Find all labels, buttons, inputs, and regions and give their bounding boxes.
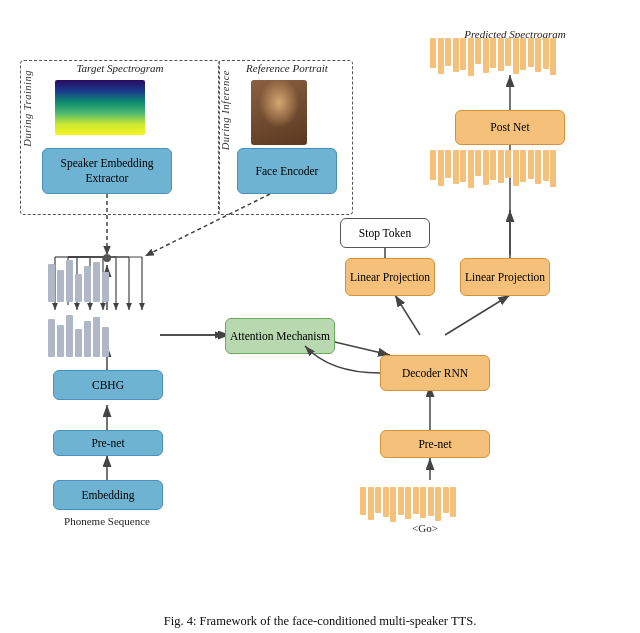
predicted-spectrogram-bars xyxy=(430,38,556,76)
svg-line-28 xyxy=(445,295,510,335)
face-encoder-block: Face Encoder xyxy=(237,148,337,194)
svg-line-27 xyxy=(395,295,420,335)
stop-token-block: Stop Token xyxy=(340,218,430,248)
attention-block: Attention Mechanism xyxy=(225,318,335,354)
during-training-label: During Training xyxy=(22,70,33,147)
prenet-right-block: Pre-net xyxy=(380,430,490,458)
intermediate-spec-bars xyxy=(430,150,556,188)
during-inference-label: During Inference xyxy=(220,70,231,150)
encoder-output-bars xyxy=(48,315,109,357)
linear-proj-right-block: Linear Projection xyxy=(460,258,550,296)
go-token-label: <Go> xyxy=(370,522,480,534)
prenet-left-block: Pre-net xyxy=(53,430,163,456)
conditioned-bars xyxy=(48,260,109,302)
reference-portrait-image xyxy=(251,80,307,145)
target-spectrogram-image xyxy=(55,80,145,135)
phoneme-sequence-label: Phoneme Sequence xyxy=(42,515,172,527)
target-spectrogram-label: Target Spectrogram xyxy=(55,62,185,74)
go-token-bars xyxy=(360,487,456,522)
embedding-block: Embedding xyxy=(53,480,163,510)
reference-portrait-label: Reference Portrait xyxy=(232,62,342,74)
post-net-block: Post Net xyxy=(455,110,565,145)
cbhg-block: CBHG xyxy=(53,370,163,400)
figure-caption: Fig. 4: Framework of the face-conditione… xyxy=(0,610,640,633)
linear-proj-left-block: Linear Projection xyxy=(345,258,435,296)
speaker-embedding-block: Speaker Embedding Extractor xyxy=(42,148,172,194)
decoder-rnn-block: Decoder RNN xyxy=(380,355,490,391)
